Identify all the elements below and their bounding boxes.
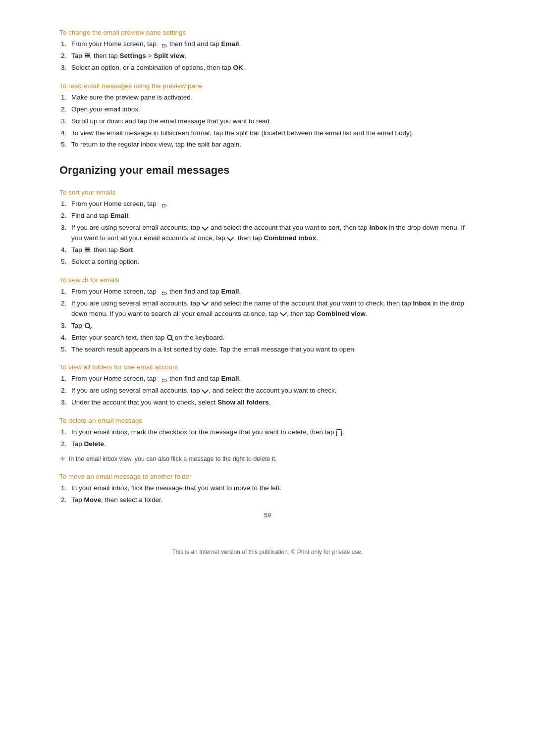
major-heading-organizing: Organizing your email messages	[59, 164, 476, 180]
step-4-search: Enter your search text, then tap on the …	[68, 333, 476, 343]
move-bold: Move	[84, 496, 102, 504]
step-1-preview-settings: From your Home screen, tap , then find a…	[68, 39, 476, 50]
step-1-sort: From your Home screen, tap .	[68, 199, 476, 209]
apps-icon-sort1	[159, 201, 165, 207]
chevron-icon-search2	[280, 309, 287, 316]
tip-delete: ✳ In the email inbox view, you can also …	[59, 454, 476, 464]
step-2-search: If you are using several email accounts,…	[68, 299, 476, 319]
search-icon-step3	[85, 323, 90, 328]
step-2-delete: Tap Delete.	[68, 439, 476, 450]
inbox-bold-sort: Inbox	[370, 224, 387, 231]
menu-icon-sort	[85, 248, 90, 252]
steps-delete: In your email inbox, mark the checkbox f…	[68, 427, 476, 450]
step-3-sort: If you are using several email accounts,…	[68, 223, 476, 244]
step-2-read-preview: Open your email inbox.	[68, 104, 476, 115]
search-icon-step4	[167, 335, 172, 340]
step-2-sort: Find and tap Email.	[68, 211, 476, 221]
section-heading-preview-settings: To change the email preview pane setting…	[59, 29, 476, 36]
section-delete-email: To delete an email message In your email…	[59, 417, 476, 464]
sort-bold: Sort	[120, 246, 133, 253]
settings-bold: Settings	[120, 52, 146, 59]
steps-folders: From your Home screen, tap , then find a…	[68, 374, 476, 408]
chevron-icon-sort1	[202, 224, 209, 231]
step-4-read-preview: To view the email message in fullscreen …	[68, 128, 476, 139]
step-3-folders: Under the account that you want to check…	[68, 398, 476, 408]
email-bold-sort: Email	[110, 212, 128, 219]
menu-icon	[85, 53, 90, 58]
email-bold-folders: Email	[221, 375, 239, 382]
steps-sort: From your Home screen, tap . Find and ta…	[68, 199, 476, 267]
ok-bold: OK	[233, 64, 243, 71]
combined-view-bold: Combined view	[317, 310, 366, 317]
section-heading-read-preview: To read email messages using the preview…	[59, 82, 476, 90]
step-3-search: Tap .	[68, 321, 476, 331]
step-5-sort: Select a sorting option.	[68, 257, 476, 267]
apps-icon	[159, 41, 165, 48]
section-heading-move: To move an email message to another fold…	[59, 473, 476, 480]
chevron-icon-search1	[202, 299, 209, 306]
trash-icon	[336, 429, 342, 436]
step-1-delete: In your email inbox, mark the checkbox f…	[68, 427, 476, 438]
step-2-preview-settings: Tap , then tap Settings > Split view.	[68, 51, 476, 61]
step-1-search: From your Home screen, tap , then find a…	[68, 287, 476, 297]
section-preview-settings: To change the email preview pane setting…	[59, 29, 476, 73]
section-search-emails: To search for emails From your Home scre…	[59, 276, 476, 355]
section-heading-folders: To view all folders for one email accoun…	[59, 363, 476, 371]
delete-bold: Delete	[84, 440, 105, 448]
page-content: To change the email preview pane setting…	[59, 29, 476, 555]
section-heading-search: To search for emails	[59, 276, 476, 284]
inbox-bold-search: Inbox	[413, 300, 430, 307]
step-3-read-preview: Scroll up or down and tap the email mess…	[68, 116, 476, 127]
tip-delete-text: In the email inbox view, you can also fl…	[69, 454, 277, 464]
steps-preview-settings: From your Home screen, tap , then find a…	[68, 39, 476, 73]
section-heading-delete: To delete an email message	[59, 417, 476, 424]
splitview-bold: Split view	[154, 52, 184, 59]
step-2-move: Tap Move, then select a folder.	[68, 495, 476, 505]
page-footer: This is an Internet version of this publ…	[59, 549, 476, 555]
tip-star-icon: ✳	[59, 454, 66, 463]
step-4-sort: Tap , then tap Sort.	[68, 245, 476, 255]
section-heading-sort: To sort your emails	[59, 189, 476, 196]
section-sort-emails: To sort your emails From your Home scree…	[59, 189, 476, 267]
step-3-preview-settings: Select an option, or a combination of op…	[68, 63, 476, 73]
step-2-folders: If you are using several email accounts,…	[68, 386, 476, 396]
section-view-folders: To view all folders for one email accoun…	[59, 363, 476, 408]
email-bold-search: Email	[221, 288, 239, 295]
step-5-read-preview: To return to the regular inbox view, tap…	[68, 140, 476, 150]
show-all-folders-bold: Show all folders	[217, 399, 269, 406]
page-number: 59	[59, 511, 476, 519]
apps-icon-folders1	[159, 376, 165, 382]
chevron-icon-sort2	[227, 234, 234, 241]
steps-search: From your Home screen, tap , then find a…	[68, 287, 476, 355]
section-move-email: To move an email message to another fold…	[59, 473, 476, 505]
steps-move: In your email inbox, flick the message t…	[68, 483, 476, 505]
step-1-read-preview: Make sure the preview pane is activated.	[68, 93, 476, 103]
apps-icon-search1	[159, 289, 165, 295]
email-bold: Email	[221, 40, 239, 48]
section-read-preview: To read email messages using the preview…	[59, 82, 476, 151]
combined-inbox-bold: Combined inbox	[264, 234, 316, 242]
steps-read-preview: Make sure the preview pane is activated.…	[68, 93, 476, 151]
step-5-search: The search result appears in a list sort…	[68, 345, 476, 355]
chevron-icon-folders	[202, 387, 209, 394]
step-1-folders: From your Home screen, tap , then find a…	[68, 374, 476, 384]
step-1-move: In your email inbox, flick the message t…	[68, 483, 476, 494]
